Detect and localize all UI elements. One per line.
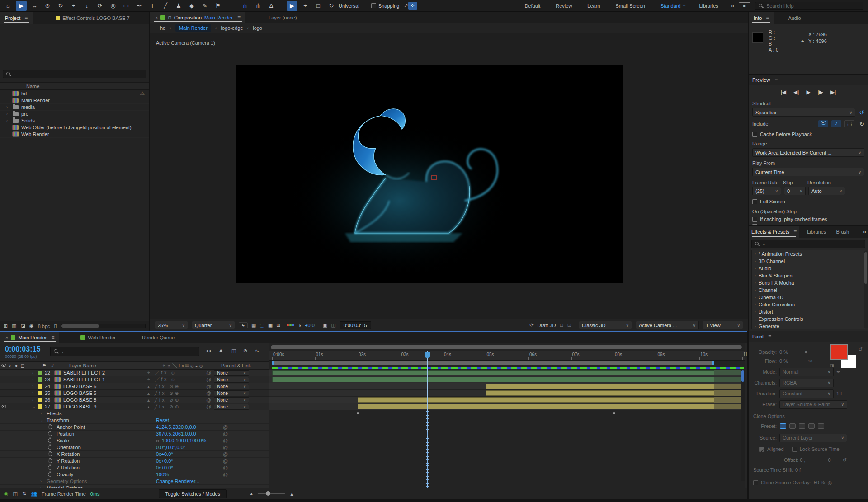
timeline-timecode[interactable]: 0:00:03:15: [5, 345, 40, 353]
channels-dropdown[interactable]: RGBA∨: [779, 379, 834, 387]
keyframe-marker[interactable]: [613, 412, 615, 414]
effects-scrollbar[interactable]: [864, 251, 868, 328]
property-name[interactable]: Scale: [57, 438, 69, 443]
stopwatch-icon[interactable]: [48, 452, 52, 456]
property-row[interactable]: Position3670.5,2061.0,0.0@: [0, 431, 269, 437]
project-search-box[interactable]: ⌄: [3, 70, 146, 78]
property-value[interactable]: 0x+0.0°: [156, 465, 173, 470]
offset-y-value[interactable]: 0: [828, 455, 831, 464]
tab-libraries[interactable]: Libraries: [802, 226, 831, 238]
project-item[interactable]: ›pre: [0, 111, 149, 117]
layer-label-chip[interactable]: [38, 391, 42, 395]
expander-icon[interactable]: ›: [755, 281, 756, 285]
layer-label-chip[interactable]: [38, 404, 42, 409]
magnification-dropdown[interactable]: 25%∨: [155, 321, 188, 329]
gizmo-scale[interactable]: □: [313, 1, 324, 11]
move-time-toggle[interactable]: Move time to preview time: [752, 224, 864, 225]
layer-row[interactable]: ›23SABER EFFECT 1⌖ ╱fx ⊕@None∨: [0, 376, 269, 383]
property-row[interactable]: Anchor Point4124.5,2320.0,0.0@: [0, 424, 269, 431]
work-area-bar[interactable]: [272, 361, 714, 365]
keyframe-marker[interactable]: [357, 412, 359, 414]
workspace-default[interactable]: Default: [524, 3, 540, 9]
previous-frame-button[interactable]: ◀|: [793, 89, 799, 95]
project-flowchart-icon[interactable]: ⊞: [4, 323, 8, 329]
show-channel-icon[interactable]: [287, 324, 294, 326]
include-video-icon[interactable]: [818, 120, 828, 127]
orbit-camera-tool[interactable]: ↻: [55, 1, 66, 11]
property-expander-icon[interactable]: ›: [40, 411, 47, 416]
effects-search-box[interactable]: ⌄: [751, 240, 865, 248]
clone-stamp-tool[interactable]: ♟: [173, 1, 184, 11]
preview-menu-icon[interactable]: ≡: [774, 77, 778, 83]
property-value[interactable]: Change Renderer...: [156, 479, 199, 484]
layer-switches[interactable]: ▴ ╱fx ⊘⊕: [147, 391, 206, 396]
camera-dropdown[interactable]: Active Camera ...∨: [636, 321, 699, 329]
dolly-camera-tool[interactable]: ↓: [81, 1, 92, 11]
tab-composition[interactable]: × ◻ Composition Main Render ≡: [150, 12, 245, 23]
tab-timeline-web-render[interactable]: Web Render: [75, 332, 121, 343]
composition-shy-icon[interactable]: ◉: [4, 491, 9, 497]
reset-shortcut-icon[interactable]: ↺: [859, 109, 864, 116]
property-row[interactable]: ⌄TransformReset: [0, 417, 269, 424]
zoom-tool[interactable]: ⊙: [42, 1, 53, 11]
parent-link-dropdown[interactable]: None∨: [214, 384, 249, 389]
parent-link-dropdown[interactable]: None∨: [214, 404, 249, 410]
draft-3d-icon[interactable]: ⟳: [529, 322, 533, 328]
eraser-tool[interactable]: ◆: [186, 1, 197, 11]
skip-dropdown[interactable]: 0∨: [784, 187, 806, 195]
motion-blur-icon[interactable]: ⊘: [243, 348, 247, 354]
resolution-dropdown[interactable]: Quarter∨: [192, 321, 235, 329]
draft-3d-label[interactable]: Draft 3D: [538, 323, 556, 328]
lock-source-time-checkbox[interactable]: [792, 447, 797, 452]
swap-colors-icon[interactable]: ↺: [859, 345, 863, 354]
gizmo-position[interactable]: +: [300, 1, 311, 11]
expander-icon[interactable]: ›: [755, 259, 756, 263]
property-expander-icon[interactable]: ›: [40, 479, 47, 483]
selection-tool[interactable]: ▶: [16, 1, 27, 11]
expander-icon[interactable]: ›: [6, 118, 10, 123]
tab-info[interactable]: Info≡: [749, 12, 774, 24]
expression-pickwhip-icon[interactable]: @: [223, 465, 228, 470]
frame-blend-enable-icon[interactable]: ◫: [13, 491, 18, 497]
workspace-small-screen[interactable]: Small Screen: [615, 3, 645, 9]
parent-link-dropdown[interactable]: None∨: [214, 377, 249, 383]
property-name[interactable]: Y Rotation: [57, 458, 80, 464]
paint-menu-icon[interactable]: ≡: [768, 333, 771, 340]
layer-row[interactable]: ›22SABER EFFECT 2⌖ ╱fx ⊕@None∨: [0, 370, 269, 376]
world-axis-mode[interactable]: ⋔: [253, 1, 264, 11]
expander-icon[interactable]: ›: [755, 310, 756, 314]
stopwatch-icon[interactable]: [48, 432, 52, 436]
project-hscroll[interactable]: [61, 324, 146, 328]
pan-behind-tool[interactable]: ◎: [108, 1, 118, 11]
region-of-interest-icon[interactable]: ⬚: [259, 322, 264, 328]
property-value[interactable]: 3670.5,2061.0,0.0: [156, 431, 196, 436]
show-snapshot-icon[interactable]: ◫: [331, 322, 335, 328]
lock-icon[interactable]: ◻: [168, 15, 171, 20]
parent-pickwhip-icon[interactable]: @: [206, 390, 211, 396]
project-item[interactable]: Web Older (before I changefd position of…: [0, 124, 149, 131]
layer-duration-bar[interactable]: [358, 404, 714, 409]
effects-category[interactable]: ›Expression Controls: [752, 315, 865, 323]
workspace-overflow-icon[interactable]: »: [731, 2, 734, 9]
layer-name[interactable]: LOGO BASE 6: [63, 384, 147, 389]
layer-switches[interactable]: ▴ ╱fx ⊘⊕: [147, 404, 206, 409]
comp-viewer[interactable]: [236, 65, 623, 283]
stopwatch-icon[interactable]: [48, 472, 52, 477]
foreground-color-swatch[interactable]: [831, 345, 847, 359]
timeline-menu-icon[interactable]: ≡: [51, 334, 54, 341]
expander-icon[interactable]: ›: [755, 317, 756, 321]
eyedropper-icon[interactable]: ✒: [836, 367, 840, 376]
project-item[interactable]: Main Render: [0, 97, 149, 104]
clone-preset-5[interactable]: [818, 423, 824, 429]
overlay-difference-icon[interactable]: ◎: [828, 478, 832, 487]
dimension-link-icon[interactable]: ∞: [156, 438, 160, 443]
roto-brush-tool[interactable]: ✎: [199, 1, 210, 11]
next-frame-button[interactable]: |▶: [818, 89, 823, 95]
clone-source-overlay-checkbox[interactable]: [753, 480, 758, 485]
layer-duration-bar[interactable]: [486, 384, 715, 389]
property-row[interactable]: Z Rotation0x+0.0°@: [0, 464, 269, 471]
parent-pickwhip-icon[interactable]: @: [206, 404, 211, 409]
first-frame-button[interactable]: |◀: [781, 89, 786, 95]
time-navigator[interactable]: [271, 345, 742, 349]
include-overlays-icon[interactable]: ⬚: [844, 120, 854, 127]
